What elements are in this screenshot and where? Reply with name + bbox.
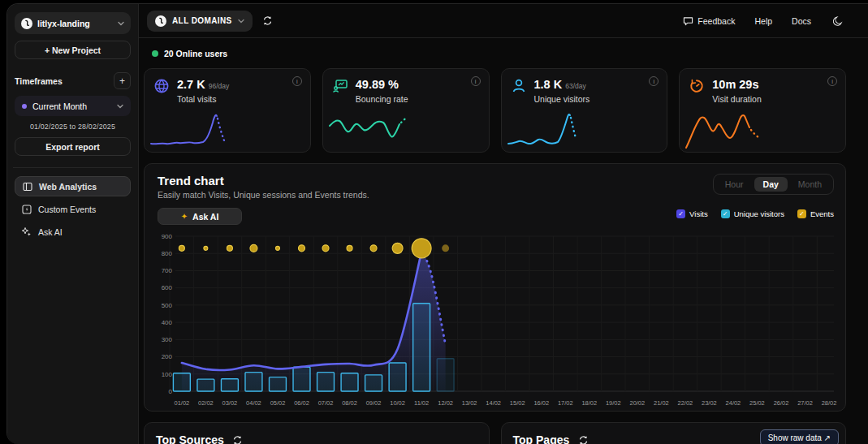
- mode-hour[interactable]: Hour: [716, 177, 753, 192]
- ask-ai-button[interactable]: ✦ Ask AI: [158, 208, 242, 225]
- sidebar: litlyx-landing + New Project Timeframes …: [7, 4, 139, 444]
- stat-value: 49.89 %: [356, 78, 399, 91]
- user-icon: [511, 78, 527, 94]
- svg-text:15/02: 15/02: [510, 399, 525, 407]
- stat-card-bouncing-rate[interactable]: 49.89 % Bouncing rate: [322, 68, 490, 153]
- stat-value: 1.8 K: [534, 78, 563, 91]
- svg-text:0: 0: [168, 388, 172, 395]
- svg-text:17/02: 17/02: [558, 399, 573, 407]
- show-raw-data-button[interactable]: Show raw data ↗: [760, 429, 839, 444]
- top-pages-card: Top Pages Show raw data ↗: [501, 422, 847, 444]
- sidebar-item-label: Ask AI: [38, 227, 63, 237]
- svg-text:300: 300: [162, 336, 173, 343]
- add-timeframe-button[interactable]: +: [114, 72, 131, 89]
- stat-value: 10m 29s: [712, 78, 758, 91]
- y-axis-labels: 0100200300400500600700800900: [162, 233, 173, 395]
- stat-card-visit-duration[interactable]: 10m 29s Visit duration: [679, 68, 846, 153]
- chart-legend: Visits Unique visitors Events: [676, 209, 834, 218]
- refresh-icon[interactable]: [261, 14, 275, 28]
- docs-button[interactable]: Docs: [792, 16, 811, 26]
- svg-text:20/02: 20/02: [630, 399, 646, 407]
- new-project-button[interactable]: + New Project: [15, 41, 131, 59]
- svg-text:100: 100: [162, 371, 173, 378]
- svg-text:13/02: 13/02: [462, 399, 477, 407]
- svg-text:28/02: 28/02: [822, 399, 837, 407]
- theme-moon-icon[interactable]: [831, 14, 845, 28]
- feedback-button[interactable]: Feedback: [683, 16, 735, 26]
- help-button[interactable]: Help: [754, 16, 772, 26]
- timeframes-label: Timeframes: [15, 76, 63, 86]
- refresh-icon[interactable]: [576, 433, 590, 444]
- trend-chart-card: Trend chart Easily match Visits, Unique …: [144, 163, 846, 412]
- svg-text:07/02: 07/02: [318, 399, 334, 407]
- trend-chart[interactable]: 010020030040050060070080090001/0202/0203…: [153, 231, 837, 410]
- svg-text:12/02: 12/02: [438, 399, 453, 407]
- svg-text:25/02: 25/02: [749, 399, 765, 407]
- chevron-down-icon: [117, 104, 123, 109]
- svg-text:26/02: 26/02: [774, 399, 789, 407]
- main-area: ALL DOMAINS Feedback Help Docs 20 Online…: [139, 4, 868, 444]
- unique-sparkline: [505, 108, 611, 150]
- svg-text:03/02: 03/02: [222, 399, 238, 407]
- info-icon[interactable]: [827, 76, 837, 86]
- domains-selector[interactable]: ALL DOMAINS: [147, 11, 253, 32]
- stat-card-unique-visitors[interactable]: 1.8 K63/day Unique visitors: [501, 68, 668, 153]
- timeframe-select[interactable]: Current Month: [15, 96, 131, 116]
- timeframe-dot-icon: [22, 104, 27, 109]
- info-icon[interactable]: [292, 76, 302, 86]
- svg-text:700: 700: [162, 267, 173, 274]
- checkbox-icon: [676, 209, 685, 218]
- chevron-down-icon: [238, 19, 244, 24]
- mode-day[interactable]: Day: [754, 177, 788, 192]
- app-window: litlyx-landing + New Project Timeframes …: [6, 3, 868, 444]
- svg-text:600: 600: [162, 284, 173, 291]
- export-report-button[interactable]: Export report: [15, 137, 131, 156]
- x-axis-labels: 01/0202/0203/0204/0205/0206/0207/0208/02…: [175, 399, 837, 407]
- top-pages-title: Top Pages: [513, 433, 570, 444]
- online-users-label: 20 Online users: [164, 49, 227, 58]
- stat-label: Bouncing rate: [356, 94, 408, 104]
- topbar: ALL DOMAINS Feedback Help Docs: [139, 4, 868, 38]
- svg-text:400: 400: [162, 319, 173, 326]
- mode-month[interactable]: Month: [789, 177, 831, 192]
- stat-value: 2.7 K: [177, 78, 205, 91]
- svg-text:27/02: 27/02: [797, 399, 813, 407]
- top-sources-card: Top Sources: [144, 422, 490, 444]
- sidebar-item-ask-ai[interactable]: Ask AI: [15, 222, 131, 242]
- svg-text:21/02: 21/02: [654, 399, 669, 407]
- stat-label: Visit duration: [712, 94, 762, 104]
- svg-text:500: 500: [162, 302, 173, 309]
- sidebar-divider: [13, 167, 132, 168]
- legend-unique-visitors[interactable]: Unique visitors: [721, 209, 784, 218]
- info-icon[interactable]: [471, 76, 481, 86]
- litlyx-logo-icon: [155, 15, 166, 27]
- visits-sparkline: [148, 108, 253, 150]
- sidebar-item-label: Custom Events: [38, 205, 96, 214]
- sidebar-item-web-analytics[interactable]: Web Analytics: [15, 176, 131, 196]
- svg-text:19/02: 19/02: [606, 399, 621, 407]
- duration-sparkline: [683, 108, 788, 150]
- stat-card-total-visits[interactable]: 2.7 K96/day Total visits: [144, 68, 311, 153]
- web-analytics-icon: [22, 181, 32, 192]
- svg-text:800: 800: [162, 250, 173, 257]
- project-selector[interactable]: litlyx-landing: [15, 12, 131, 34]
- legend-visits[interactable]: Visits: [676, 209, 708, 218]
- sidebar-item-label: Web Analytics: [39, 182, 97, 192]
- domains-label: ALL DOMAINS: [172, 16, 232, 25]
- stat-cards-row: 2.7 K96/day Total visits: [144, 68, 846, 153]
- stat-per-day: 63/day: [565, 82, 586, 90]
- legend-events[interactable]: Events: [797, 209, 834, 218]
- svg-text:18/02: 18/02: [581, 399, 597, 407]
- timeframe-date-range: 01/02/2025 to 28/02/2025: [15, 123, 131, 131]
- refresh-icon[interactable]: [231, 433, 245, 444]
- timer-icon: [689, 78, 705, 94]
- online-users: 20 Online users: [144, 45, 846, 58]
- sidebar-item-custom-events[interactable]: Custom Events: [15, 199, 131, 219]
- svg-text:200: 200: [162, 353, 173, 360]
- svg-text:09/02: 09/02: [366, 399, 382, 407]
- checkbox-icon: [721, 209, 730, 218]
- top-sources-title: Top Sources: [156, 433, 224, 444]
- globe-icon: [153, 78, 170, 94]
- stat-label: Total visits: [177, 94, 229, 104]
- svg-text:01/02: 01/02: [175, 399, 190, 407]
